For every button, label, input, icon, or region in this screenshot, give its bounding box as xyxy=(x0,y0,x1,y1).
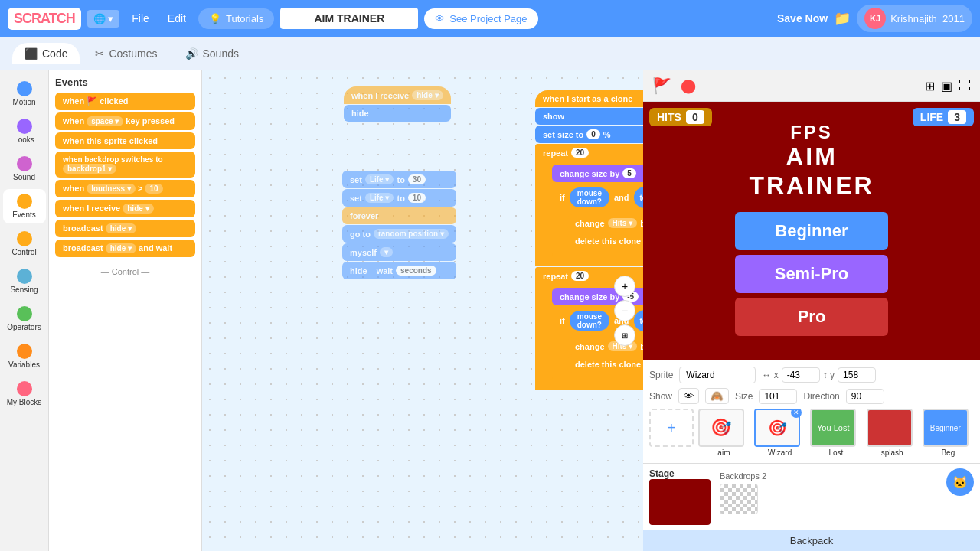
sidebar-item-myblocks[interactable]: My Blocks xyxy=(3,377,46,411)
direction-input[interactable] xyxy=(846,389,884,404)
tabbar: ⬛ Code ✂ Costumes 🔊 Sounds xyxy=(0,37,980,70)
hat-clone[interactable]: when I start as a clone xyxy=(535,90,643,107)
scroll-hint: — Control — xyxy=(55,267,195,276)
save-now-button[interactable]: Save Now xyxy=(777,12,828,24)
see-project-button[interactable]: 👁 See Project Page xyxy=(424,8,537,29)
sidebar-item-looks[interactable]: Looks xyxy=(3,114,46,148)
edit-menu[interactable]: Edit xyxy=(162,9,192,28)
semipro-button[interactable]: Semi-Pro xyxy=(735,255,888,293)
backdrop-thumbnails xyxy=(720,484,766,514)
lightbulb-icon: 💡 xyxy=(209,13,221,24)
topbar: SCRATCH 🌐 ▾ File Edit 💡 Tutorials 👁 See … xyxy=(0,0,980,37)
hide-eye-button[interactable]: 🙈 xyxy=(705,388,729,404)
tab-sounds[interactable]: 🔊 Sounds xyxy=(173,43,251,64)
sidebar-item-sensing[interactable]: Sensing xyxy=(3,264,46,298)
block-broadcast-wait[interactable]: broadcast hide ▾ and wait xyxy=(55,240,195,257)
sprite-panel: Sprite ↔ x ↕ y Show 👁 🙈 Size Direction xyxy=(643,360,980,463)
ghost-block-receive: when I receive hide ▾ hide xyxy=(344,86,451,122)
sprite-x-input[interactable] xyxy=(782,367,820,383)
zoom-reset-button[interactable]: ⊞ xyxy=(614,324,635,346)
right-panel: 🚩 ⬤ ⊞ ▣ ⛶ HITS 0 LIFE 3 FPS AIM TRAINER xyxy=(643,70,980,551)
main-area: Motion Looks Sound Events Control Sensin… xyxy=(0,70,980,551)
ghost-block-set: set Life ▾ to 30 set Life ▾ to 10 foreve… xyxy=(342,170,456,280)
folder-button[interactable]: 📁 xyxy=(834,10,851,27)
blocks-section-title: Events xyxy=(55,77,195,88)
large-stage-button[interactable]: ▣ xyxy=(939,77,954,95)
block-broadcast[interactable]: broadcast hide ▾ xyxy=(55,220,195,237)
block-delete-clone-1[interactable]: delete this clone xyxy=(567,233,643,249)
stage-controls: 🚩 ⬤ ⊞ ▣ ⛶ xyxy=(643,70,980,102)
stage-section-panel: Stage Backdrops 2 🐱 xyxy=(643,463,980,530)
block-repeat-outer[interactable]: repeat 20 change size by 5 if mouse down… xyxy=(535,144,643,266)
sprite-name-input[interactable] xyxy=(679,367,756,383)
sprite-thumb-lost[interactable]: You Lost Lost xyxy=(810,409,861,457)
block-when-flag-clicked[interactable]: when 🚩 clicked xyxy=(55,93,195,110)
tab-code[interactable]: ⬛ Code xyxy=(12,43,80,64)
backpack[interactable]: Backpack xyxy=(643,530,980,551)
block-when-key-pressed[interactable]: when space ▾ key pressed xyxy=(55,112,195,130)
sidebar-item-variables[interactable]: Variables xyxy=(3,339,46,373)
sprite-y-input[interactable] xyxy=(838,367,876,383)
zoom-in-button[interactable]: + xyxy=(614,276,635,297)
hits-badge: HITS 0 xyxy=(649,108,712,126)
stage-mini-preview xyxy=(649,479,710,525)
life-badge: LIFE 3 xyxy=(913,108,974,126)
zoom-controls: + − ⊞ xyxy=(614,276,635,346)
sidebar-item-control[interactable]: Control xyxy=(3,227,46,261)
sprite-thumb-splash[interactable]: splash xyxy=(867,409,918,457)
sidebar-item-events[interactable]: Events xyxy=(3,189,46,223)
pro-button[interactable]: Pro xyxy=(735,298,888,336)
user-avatar: KJ xyxy=(864,8,886,29)
show-eye-button[interactable]: 👁 xyxy=(678,388,699,404)
add-sprite-button[interactable]: + xyxy=(649,409,694,447)
block-when-receive[interactable]: when I receive hide ▾ xyxy=(55,200,195,217)
block-show[interactable]: show xyxy=(535,108,643,125)
beginner-button[interactable]: Beginner xyxy=(735,212,888,250)
code-icon: ⬛ xyxy=(24,47,38,60)
block-delete-clone-2[interactable]: delete this clone xyxy=(567,356,643,373)
block-when-sprite-clicked[interactable]: when this sprite clicked xyxy=(55,132,195,149)
fps-text: FPS xyxy=(735,122,888,143)
stop-button[interactable]: ⬤ xyxy=(679,76,697,96)
backdrop-thumb-1[interactable] xyxy=(720,484,758,514)
script-area[interactable]: when I receive hide ▾ hide set Life ▾ to… xyxy=(202,70,643,551)
project-name-input[interactable] xyxy=(280,8,418,29)
eye-icon: 👁 xyxy=(435,13,445,24)
sprite-thumb-wizard[interactable]: 🎯 ✕ Wizard xyxy=(754,409,805,457)
sidebar-item-motion[interactable]: Motion xyxy=(3,77,46,111)
sidebar-item-operators[interactable]: Operators xyxy=(3,302,46,336)
block-change-hits-1[interactable]: change Hits ▾ by 1 xyxy=(567,214,643,232)
costume-icon: ✂ xyxy=(95,47,104,60)
scratch-logo[interactable]: SCRATCH xyxy=(8,8,81,30)
trainer-text: TRAINER xyxy=(735,171,888,200)
sprite-thumb-beg[interactable]: Beginner Beg xyxy=(923,409,974,457)
sidebar-item-sound[interactable]: Sound xyxy=(3,152,46,186)
block-change-size-5[interactable]: change size by 5 xyxy=(552,165,643,182)
user-button[interactable]: KJ Krishnajith_2011 xyxy=(857,5,972,32)
block-when-backdrop-switches[interactable]: when backdrop switches to backdrop1 ▾ xyxy=(55,152,195,178)
green-flag-button[interactable]: 🚩 xyxy=(651,75,673,96)
aim-text: AIM xyxy=(735,143,888,171)
sprite-thumb-aim[interactable]: 🎯 aim xyxy=(698,409,750,457)
file-menu[interactable]: File xyxy=(126,9,155,28)
tab-costumes[interactable]: ✂ Costumes xyxy=(83,43,169,64)
block-when-loudness[interactable]: when loudness ▾ > 10 xyxy=(55,180,195,197)
small-stage-button[interactable]: ⊞ xyxy=(923,77,936,95)
language-button[interactable]: 🌐 ▾ xyxy=(87,10,120,28)
scratch-cat-button[interactable]: 🐱 xyxy=(946,468,974,496)
blocks-panel: Events when 🚩 clicked when space ▾ key p… xyxy=(49,70,202,551)
fullscreen-button[interactable]: ⛶ xyxy=(957,77,972,95)
stage-canvas: HITS 0 LIFE 3 FPS AIM TRAINER Beginner S… xyxy=(643,102,980,360)
tutorials-button[interactable]: 💡 Tutorials xyxy=(198,8,274,29)
block-if-1[interactable]: if mouse down? and touching aim ▾ ? then xyxy=(552,183,643,256)
block-set-size[interactable]: set size to 0 % xyxy=(535,126,643,143)
zoom-out-button[interactable]: − xyxy=(614,300,635,321)
sound-icon: 🔊 xyxy=(185,47,198,60)
sprite-thumbnails: + 🎯 aim 🎯 ✕ Wizard xyxy=(649,409,974,457)
categories-sidebar: Motion Looks Sound Events Control Sensin… xyxy=(0,70,49,551)
size-input[interactable] xyxy=(759,389,797,404)
